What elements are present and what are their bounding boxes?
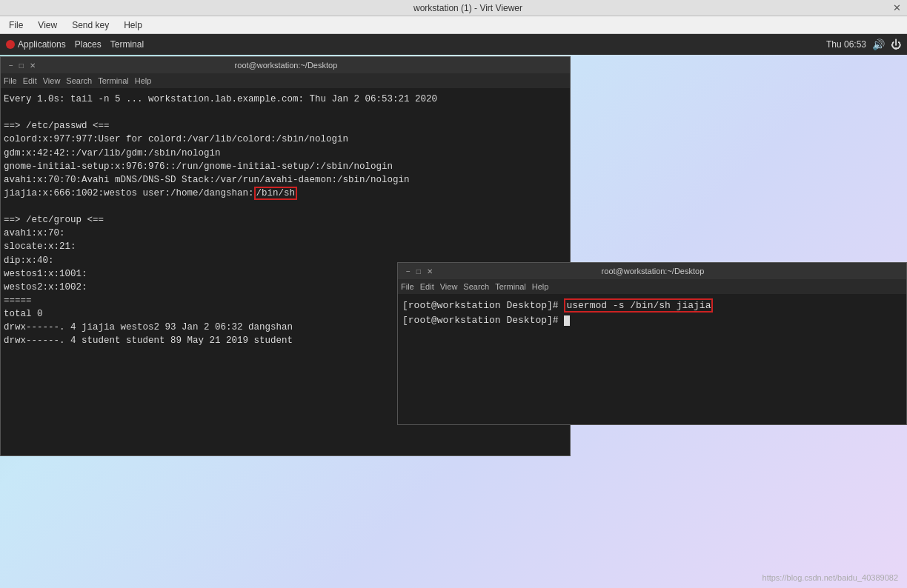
term1-title: root@workstation:~/Desktop (38, 61, 534, 70)
term2-menu-help[interactable]: Help (532, 282, 549, 291)
term1-close[interactable]: ✕ (27, 61, 38, 70)
term2-menu-terminal[interactable]: Terminal (495, 282, 526, 291)
taskbar-left: Applications Places Terminal (6, 39, 144, 50)
taskbar: Applications Places Terminal Thu 06:53 🔊… (0, 34, 907, 55)
window-title: workstation (1) - Virt Viewer (43, 3, 893, 13)
terminal-label: Terminal (110, 39, 144, 50)
term1-menubar: File Edit View Search Terminal Help (1, 73, 570, 88)
terminal-window-2: − □ ✕ root@workstation:~/Desktop File Ed… (397, 262, 907, 425)
term1-line1: Every 1.0s: tail -n 5 ... workstation.la… (4, 93, 567, 106)
term2-titlebar: − □ ✕ root@workstation:~/Desktop (398, 263, 906, 279)
close-button[interactable]: ✕ (893, 2, 901, 13)
term1-line11: avahi:x:70: (4, 227, 567, 240)
menu-view[interactable]: View (32, 19, 63, 32)
term2-menu-edit[interactable]: Edit (420, 282, 434, 291)
term2-prompt2: [root@workstation Desktop]# (402, 315, 564, 326)
term1-line10: ==> /etc/group <== (4, 213, 567, 227)
menu-help[interactable]: Help (118, 19, 148, 32)
applications-button[interactable]: Applications (6, 39, 66, 50)
term2-maximize[interactable]: □ (414, 267, 423, 275)
term1-line3: ==> /etc/passwd <== (4, 119, 567, 133)
term2-menu-search[interactable]: Search (463, 282, 489, 291)
term1-maximize[interactable]: □ (17, 61, 26, 70)
term1-line4: colord:x:977:977:User for colord:/var/li… (4, 133, 567, 146)
title-bar: workstation (1) - Virt Viewer ✕ (0, 0, 907, 16)
term2-title: root@workstation:~/Desktop (435, 267, 871, 275)
menu-file[interactable]: File (3, 19, 29, 32)
term2-menu-file[interactable]: File (401, 282, 414, 291)
term1-line8-before: jiajia:x:666:1002:westos user:/home/dang… (4, 188, 254, 198)
gnome-icon (6, 40, 15, 49)
term1-menu-terminal[interactable]: Terminal (98, 76, 129, 85)
term1-menu-edit[interactable]: Edit (23, 76, 37, 85)
term1-line12: slocate:x:21: (4, 240, 567, 253)
term2-minimize[interactable]: − (404, 267, 413, 275)
term1-line9 (4, 200, 567, 213)
term1-menu-help[interactable]: Help (135, 76, 152, 85)
term1-line6: gnome-initial-setup:x:976:976::/run/gnom… (4, 160, 567, 173)
term1-menu-view[interactable]: View (43, 76, 61, 85)
places-label: Places (75, 39, 102, 50)
term2-menu-view[interactable]: View (440, 282, 458, 291)
term1-line8: jiajia:x:666:1002:westos user:/home/dang… (4, 187, 567, 200)
term1-titlebar: − □ ✕ root@workstation:~/Desktop (1, 57, 570, 73)
term2-body: [root@workstation Desktop]# usermod -s /… (398, 294, 906, 424)
term2-cmd-highlight: usermod -s /bin/sh jiajia (564, 298, 713, 313)
term2-cursor (564, 315, 570, 326)
watermark: https://blog.csdn.net/baidu_40389082 (763, 573, 898, 582)
clock: Thu 06:53 (826, 39, 866, 50)
term2-line2: [root@workstation Desktop]# (402, 313, 902, 328)
volume-icon[interactable]: 🔊 (872, 39, 885, 50)
term1-minimize[interactable]: − (7, 61, 16, 70)
power-icon[interactable]: ⏻ (891, 39, 901, 50)
term2-line1: [root@workstation Desktop]# usermod -s /… (402, 298, 902, 313)
term2-close[interactable]: ✕ (425, 267, 435, 275)
applications-label: Applications (18, 39, 66, 50)
term1-line7: avahi:x:70:70:Avahi mDNS/DNS-SD Stack:/v… (4, 173, 567, 187)
term1-menu-file[interactable]: File (4, 76, 17, 85)
term1-line5: gdm:x:42:42::/var/lib/gdm:/sbin/nologin (4, 147, 567, 160)
term2-prompt1: [root@workstation Desktop]# (402, 300, 564, 311)
places-button[interactable]: Places (75, 39, 102, 50)
terminal-button[interactable]: Terminal (110, 39, 144, 50)
term1-line2 (4, 106, 567, 119)
taskbar-right: Thu 06:53 🔊 ⏻ (826, 39, 901, 50)
term1-bin-sh-highlight: /bin/sh (254, 187, 298, 200)
desktop: − □ ✕ root@workstation:~/Desktop File Ed… (0, 55, 907, 588)
app-menu-bar: File View Send key Help (0, 16, 907, 34)
term2-menubar: File Edit View Search Terminal Help (398, 279, 906, 294)
term1-menu-search[interactable]: Search (66, 76, 92, 85)
menu-sendkey[interactable]: Send key (66, 19, 115, 32)
